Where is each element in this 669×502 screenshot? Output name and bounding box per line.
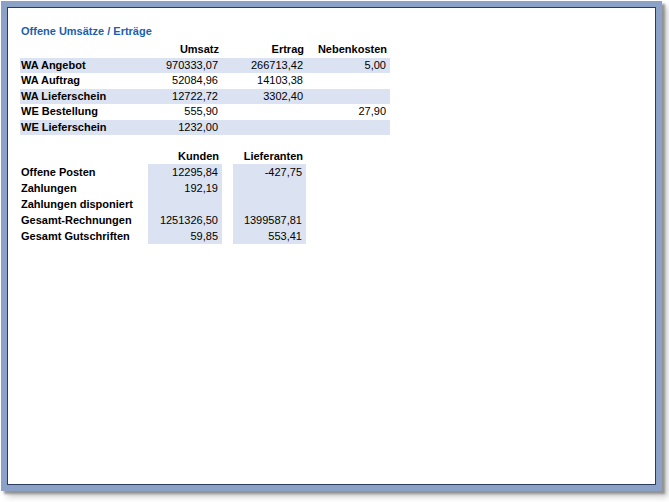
cell-ertrag bbox=[222, 104, 307, 120]
cell-lieferanten: 1399587,81 bbox=[233, 212, 306, 228]
row-label: Gesamt Gutschriften bbox=[20, 228, 148, 244]
open-sales-table: Umsatz Ertrag Nebenkosten WA Angebot 970… bbox=[20, 42, 390, 135]
cell-ertrag: 3302,40 bbox=[222, 89, 307, 105]
cell-kunden: 12295,84 bbox=[148, 164, 222, 180]
cell-lieferanten bbox=[233, 196, 306, 212]
column-header-umsatz: Umsatz bbox=[148, 42, 222, 58]
row-label: WA Angebot bbox=[20, 58, 148, 74]
row-label: Zahlungen bbox=[20, 180, 148, 196]
corner-spacer bbox=[20, 42, 148, 58]
cell-kunden: 192,19 bbox=[148, 180, 222, 196]
report-window-content: Offene Umsätze / Erträge Umsatz Ertrag N… bbox=[7, 7, 656, 485]
open-items-table: Kunden Lieferanten Offene Posten 12295,8… bbox=[20, 148, 306, 244]
cell-ertrag: 14103,38 bbox=[222, 73, 307, 89]
cell-umsatz: 555,90 bbox=[148, 104, 222, 120]
row-label: WA Auftrag bbox=[20, 73, 148, 89]
cell-nebenkosten bbox=[307, 73, 390, 89]
corner-spacer bbox=[20, 148, 148, 164]
row-label: Gesamt-Rechnungen bbox=[20, 212, 148, 228]
cell-nebenkosten: 5,00 bbox=[307, 58, 390, 74]
cell-umsatz: 52084,96 bbox=[148, 73, 222, 89]
report-window: Offene Umsätze / Erträge Umsatz Ertrag N… bbox=[1, 1, 662, 491]
cell-kunden: 59,85 bbox=[148, 228, 222, 244]
cell-umsatz: 12722,72 bbox=[148, 89, 222, 105]
column-header-nebenkosten: Nebenkosten bbox=[307, 42, 390, 58]
column-gap bbox=[222, 228, 233, 244]
cell-lieferanten: -427,75 bbox=[233, 164, 306, 180]
column-gap bbox=[222, 180, 233, 196]
cell-nebenkosten bbox=[307, 89, 390, 105]
cell-nebenkosten bbox=[307, 120, 390, 136]
cell-ertrag: 266713,42 bbox=[222, 58, 307, 74]
column-header-kunden: Kunden bbox=[148, 148, 222, 164]
column-header-ertrag: Ertrag bbox=[222, 42, 307, 58]
page-title: Offene Umsätze / Erträge bbox=[21, 25, 152, 37]
screen-canvas: Offene Umsätze / Erträge Umsatz Ertrag N… bbox=[0, 0, 669, 502]
column-gap bbox=[222, 164, 233, 180]
cell-ertrag bbox=[222, 120, 307, 136]
row-label: Zahlungen disponiert bbox=[20, 196, 148, 212]
cell-kunden bbox=[148, 196, 222, 212]
row-label: Offene Posten bbox=[20, 164, 148, 180]
column-header-lieferanten: Lieferanten bbox=[233, 148, 306, 164]
cell-nebenkosten: 27,90 bbox=[307, 104, 390, 120]
cell-lieferanten: 553,41 bbox=[233, 228, 306, 244]
column-gap bbox=[222, 148, 233, 164]
row-label: WA Lieferschein bbox=[20, 89, 148, 105]
cell-umsatz: 970333,07 bbox=[148, 58, 222, 74]
cell-lieferanten bbox=[233, 180, 306, 196]
row-label: WE Bestellung bbox=[20, 104, 148, 120]
cell-umsatz: 1232,00 bbox=[148, 120, 222, 136]
column-gap bbox=[222, 196, 233, 212]
column-gap bbox=[222, 212, 233, 228]
cell-kunden: 1251326,50 bbox=[148, 212, 222, 228]
row-label: WE Lieferschein bbox=[20, 120, 148, 136]
